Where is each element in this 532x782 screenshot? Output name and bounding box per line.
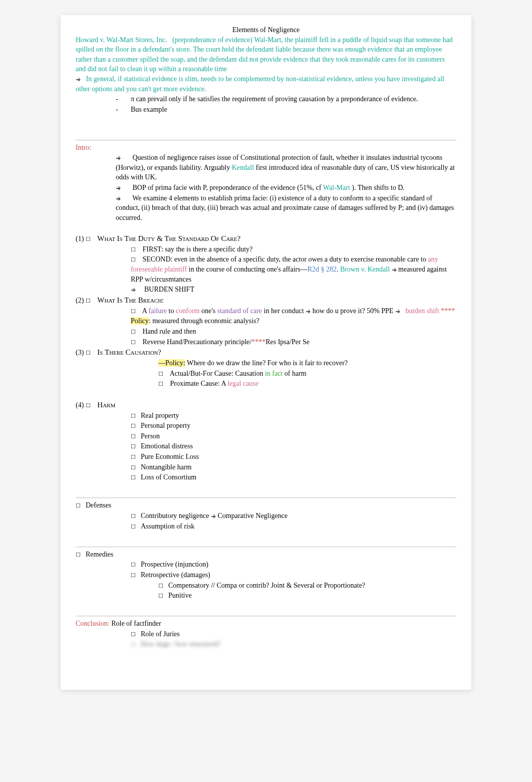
s2-hand: ☐ Hand rule and then xyxy=(76,327,456,337)
section-2-head: (2) ☐ What Is The Breach: xyxy=(76,295,456,306)
kendall-link: Kendall xyxy=(232,164,254,171)
list-item: Question of negligence raises issue of C… xyxy=(116,153,456,182)
text: one's xyxy=(199,307,217,315)
checkbox-icon: ☐ xyxy=(158,592,168,600)
arrow-icon xyxy=(131,286,141,294)
section-4-head: (4) ☐ Harm xyxy=(76,400,456,410)
num: (3) xyxy=(76,349,84,356)
s3-actual: ☐ Actual/But-For Cause: Causation in fac… xyxy=(76,369,456,379)
text: Prospective (injunction) xyxy=(141,561,208,568)
document-page: Elements of Negligence Howard v. Wal-Mar… xyxy=(61,15,471,690)
text: Proximate Cause: A xyxy=(170,380,228,387)
checkbox-icon: ☐ xyxy=(158,582,168,590)
head-text: Harm xyxy=(97,401,115,409)
list-item: BOP of prima facie with P, preponderance… xyxy=(116,183,456,193)
policy-highlight: —Policy: xyxy=(158,359,185,367)
policy-label: Policy xyxy=(131,317,149,325)
head-text: What Is The Duty & The Standard Of Care xyxy=(97,234,237,242)
text: Contributory negligence xyxy=(141,512,211,519)
checkbox-icon: ☐ xyxy=(86,297,96,305)
policy-highlight: Policy xyxy=(131,317,149,325)
checkbox-icon: ☐ xyxy=(131,474,141,481)
text: How large / how structured? xyxy=(141,640,220,648)
case-tag: (preponderance of evidence) xyxy=(172,36,252,44)
arrow-icon xyxy=(306,307,311,315)
divider xyxy=(76,497,456,498)
case-name: Howard v. Wal-Mart Stores, Inc. xyxy=(76,36,167,44)
policy-body: Where do we draw the line? For who is it… xyxy=(185,359,348,367)
divider xyxy=(76,616,456,617)
checkbox-icon: ☐ xyxy=(131,641,141,648)
case-lead: Howard v. Wal-Mart Stores, Inc. (prepond… xyxy=(76,35,456,74)
checkbox-icon: ☐ xyxy=(76,502,86,509)
stars: **** xyxy=(251,338,265,346)
checkbox-icon: ☐ xyxy=(131,453,141,461)
checkbox-icon: ☐ xyxy=(86,349,96,357)
page-title: Elements of Negligence xyxy=(76,25,456,35)
list-item: ☐Real property xyxy=(76,411,456,421)
text: Res Ipsa/Per Se xyxy=(265,338,310,346)
text: Emotional distress xyxy=(141,442,193,450)
text: SECOND: even in the absence of a specifi… xyxy=(143,255,428,263)
head-text: Is There Causation xyxy=(97,348,158,356)
dash: — xyxy=(158,359,165,367)
checkbox-icon: ☐ xyxy=(76,551,86,559)
checkbox-icon: ☐ xyxy=(131,523,141,531)
list-item: ☐Loss of Consortium xyxy=(76,472,456,482)
arrow-icon xyxy=(76,75,81,83)
list-item: ☐Personal property xyxy=(76,421,456,431)
text: Reverse Hand/Precautionary principle/ xyxy=(143,338,252,346)
checkbox-icon: ☐ xyxy=(131,339,141,346)
text: Role of Juries xyxy=(141,630,180,638)
text: in the course of conducting one's affair… xyxy=(187,266,308,273)
list-item: ☐Nontangible harm xyxy=(76,462,456,472)
soc: standard of care xyxy=(217,307,262,315)
defenses-line2: ☐Assumption of risk xyxy=(76,522,456,532)
arrow-icon xyxy=(392,266,397,273)
divider xyxy=(76,140,456,141)
defenses-head: ☐Defenses xyxy=(76,500,456,510)
in-fact: in fact xyxy=(265,370,283,377)
text: ). Then shifts to D. xyxy=(350,184,405,191)
r2d-link: R2d § 282, xyxy=(308,266,339,273)
text: Role of factfinder xyxy=(110,620,161,627)
checkbox-icon: ☐ xyxy=(131,443,141,450)
text: Retrospective (damages) xyxy=(141,571,210,579)
checkbox-icon: ☐ xyxy=(131,328,141,336)
num: (1) xyxy=(76,235,84,242)
text: We examine 4 elements to establish prima… xyxy=(116,194,454,221)
arrow-icon xyxy=(395,307,400,315)
checkbox-icon: ☐ xyxy=(131,464,141,471)
s1-burden: BURDEN SHIFT xyxy=(76,285,456,295)
text: Actual/But-For Cause: Causation xyxy=(170,370,265,377)
list-item: Bus example xyxy=(116,105,456,115)
list-item-text: Bus example xyxy=(131,106,167,113)
remedies-prospective: ☐Prospective (injunction) xyxy=(76,560,456,570)
rule-line: In general, if statistical evidence is s… xyxy=(76,74,456,94)
list-item: π can prevail only if he satisfies the r… xyxy=(116,94,456,104)
defenses-line1: ☐Contributory negligence Comparative Neg… xyxy=(76,511,456,521)
list-item: We examine 4 elements to establish prima… xyxy=(116,193,456,223)
policy-body: : measured through economic analysis? xyxy=(149,317,259,325)
section-1-head: (1) ☐ What Is The Duty & The Standard Of… xyxy=(76,233,456,244)
qmark: ? xyxy=(158,349,161,356)
text: Punitive xyxy=(168,592,192,599)
conclusion-blurred: ☐How large / how structured? xyxy=(76,639,456,649)
text: Hand rule and then xyxy=(143,328,196,335)
checkbox-icon: ☐ xyxy=(158,370,168,378)
text: Comparative Negligence xyxy=(216,512,288,519)
remedies-punitive: ☐Punitive xyxy=(76,591,456,601)
text: of harm xyxy=(283,370,306,377)
conform: conform xyxy=(176,307,199,315)
rule-text: In general, if statistical evidence is s… xyxy=(76,75,444,93)
text: Personal property xyxy=(141,422,190,429)
dash-list: π can prevail only if he satisfies the r… xyxy=(76,94,456,114)
s3-policy: —Policy: Where do we draw the line? For … xyxy=(76,358,456,368)
checkbox-icon: ☐ xyxy=(131,433,141,440)
text: Nontangible harm xyxy=(141,463,191,471)
list-item: ☐Person xyxy=(76,431,456,441)
checkbox-icon: ☐ xyxy=(131,256,141,264)
s1-second: ☐ SECOND: even in the absence of a speci… xyxy=(76,254,456,284)
conclusion-juries: ☐Role of Juries xyxy=(76,629,456,639)
text: to xyxy=(167,307,176,315)
